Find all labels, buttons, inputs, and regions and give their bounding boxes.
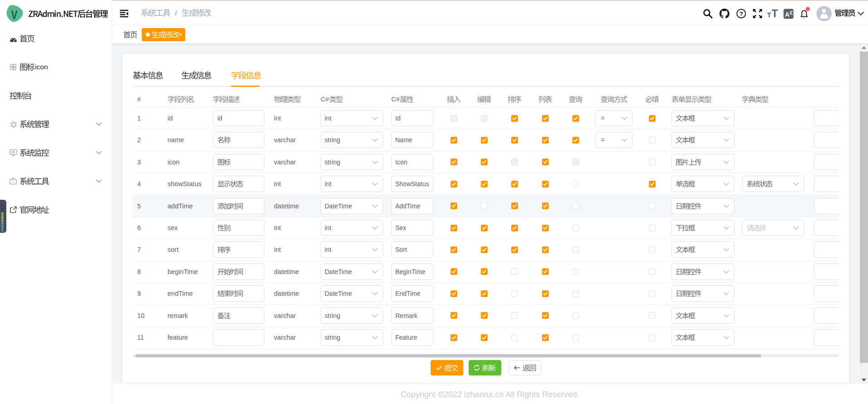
svg-text:V: V	[11, 8, 18, 21]
svg-text:?: ?	[739, 10, 743, 17]
svg-text:A: A	[785, 11, 790, 18]
svg-text:T: T	[772, 9, 778, 19]
svg-text:T: T	[767, 11, 771, 19]
